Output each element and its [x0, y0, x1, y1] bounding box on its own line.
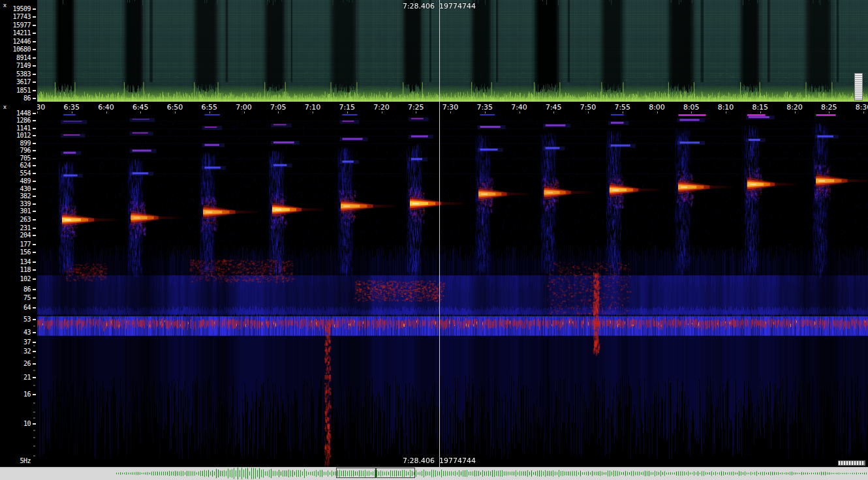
close-icon[interactable]: x	[1, 1, 8, 8]
main-freq-tick	[33, 188, 36, 190]
time-tick	[691, 112, 692, 113]
top-freq-tick-label: 5383	[16, 71, 31, 78]
main-freq-tick	[33, 150, 36, 151]
main-freq-tick-label: 796	[20, 147, 31, 154]
time-tick	[382, 112, 382, 113]
main-freq-tick-label: 430	[20, 186, 31, 192]
time-tick	[863, 112, 864, 113]
top-freq-tick-label: 15977	[12, 22, 31, 29]
mini-scrollbar[interactable]	[838, 460, 865, 466]
main-freq-minor-tick	[33, 357, 35, 357]
time-tick-label: 8:25	[821, 103, 837, 112]
main-freq-tick	[33, 135, 36, 136]
level-meter[interactable]	[854, 73, 863, 100]
main-freq-tick	[33, 120, 36, 121]
main-freq-tick-label: 37	[23, 339, 31, 346]
cursor-time-value: 7:28.406	[403, 2, 435, 10]
top-freq-tick-label: 14211	[12, 30, 31, 37]
time-tick-label: 7:55	[614, 103, 630, 112]
time-tick	[760, 112, 761, 113]
main-freq-tick	[33, 113, 36, 114]
time-ruler: 6:306:356:406:456:506:557:007:057:107:15…	[0, 102, 868, 113]
main-freq-minor-tick	[33, 325, 35, 326]
main-freq-tick	[33, 377, 36, 378]
close-icon[interactable]: x	[1, 103, 8, 110]
main-freq-tick-label: 301	[20, 208, 31, 215]
top-freq-tick	[33, 82, 36, 83]
top-freq-tick	[33, 65, 36, 67]
main-freq-tick	[33, 219, 36, 220]
main-freq-tick	[33, 143, 36, 144]
main-freq-tick-label: 1448	[16, 110, 31, 117]
top-freq-tick	[33, 33, 36, 34]
main-freq-tick-label: 53	[23, 316, 31, 323]
main-freq-tick-label: 177	[20, 241, 31, 248]
main-freq-tick-label: 899	[20, 140, 31, 147]
main-freq-tick	[33, 262, 36, 263]
main-freq-tick	[33, 394, 36, 395]
main-freq-tick-label: 382	[20, 193, 31, 200]
top-freq-tick-label: 10680	[12, 46, 31, 53]
main-freq-tick	[33, 351, 36, 352]
main-freq-tick-label: 489	[20, 178, 31, 185]
time-tick-label: 7:35	[476, 103, 493, 112]
top-freq-tick	[33, 98, 36, 99]
main-freq-tick	[33, 332, 36, 333]
main-freq-tick	[33, 297, 36, 299]
main-freq-tick-label: 231	[20, 225, 31, 232]
time-tick-label: 8:15	[752, 103, 768, 112]
main-freq-tick-label: 75	[23, 295, 31, 301]
main-spectrogram-canvas[interactable]	[37, 113, 868, 467]
main-freq-tick	[33, 165, 36, 166]
top-spectrogram-canvas[interactable]	[37, 0, 868, 102]
overview-selection-right[interactable]	[376, 468, 415, 478]
main-freq-tick	[33, 244, 36, 245]
top-freq-tick	[33, 74, 36, 75]
main-freq-tick-label: 64	[23, 305, 31, 311]
main-freq-tick	[33, 307, 36, 308]
main-freq-tick-label: 1141	[16, 125, 31, 132]
main-freq-tick-label: 1286	[16, 117, 31, 124]
top-freq-tick-label: 7149	[16, 63, 31, 69]
time-tick	[588, 112, 589, 113]
main-freq-tick-label: 134	[20, 259, 31, 265]
main-freq-minor-tick	[33, 445, 35, 446]
playhead-cursor-line[interactable]	[439, 0, 440, 467]
overview-waveform-canvas[interactable]	[0, 467, 868, 480]
time-tick	[485, 112, 486, 113]
time-tick	[244, 112, 245, 113]
time-tick	[450, 112, 451, 113]
main-freq-tick-label: 43	[23, 329, 31, 336]
spectrogram-analyzer-window: 1950917743159771421112446106808914714953…	[0, 0, 868, 480]
time-tick	[726, 112, 726, 113]
top-freq-tick	[33, 25, 36, 26]
main-freq-tick-label: 26	[23, 361, 31, 367]
main-freq-tick	[33, 319, 36, 320]
overview-selection-left[interactable]	[336, 468, 376, 478]
time-tick	[37, 112, 38, 113]
main-freq-tick	[33, 289, 36, 290]
main-freq-tick	[33, 235, 36, 236]
main-freq-tick-label: 554	[20, 170, 31, 177]
time-tick	[795, 112, 796, 113]
time-tick	[347, 112, 348, 113]
top-freq-tick-label: 12446	[12, 38, 31, 45]
time-tick-label: 8:00	[649, 103, 665, 112]
top-freq-tick-label: 1851	[16, 87, 31, 94]
main-freq-minor-tick	[33, 438, 35, 438]
time-tick	[553, 112, 554, 113]
time-tick-label: 8:30	[856, 103, 868, 112]
time-tick-label: 6:45	[132, 103, 149, 112]
overview-waveform-strip[interactable]	[0, 467, 868, 480]
main-freq-tick	[33, 228, 36, 229]
time-tick-label: 6:50	[167, 103, 183, 112]
main-freq-tick	[33, 363, 36, 365]
time-tick	[140, 112, 141, 113]
top-freq-tick	[33, 57, 36, 59]
time-tick	[519, 112, 520, 113]
main-freq-tick-label: 16	[23, 391, 31, 398]
main-freq-tick-label: 102	[20, 276, 31, 282]
main-freq-minor-tick	[33, 385, 35, 385]
time-tick	[623, 112, 623, 113]
freq-label-5hz: 5Hz	[20, 458, 31, 464]
